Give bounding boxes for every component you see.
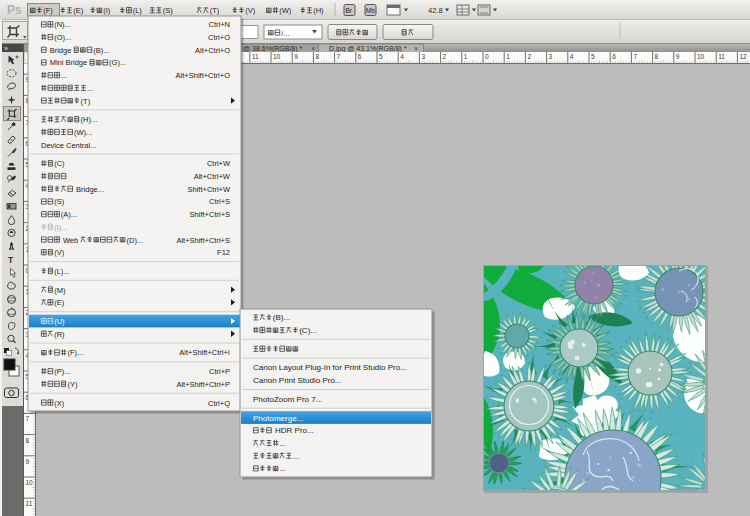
svg-text:...: ...	[279, 464, 286, 473]
svg-text:12: 12	[739, 53, 747, 60]
svg-text:Alt+Shift+Ctrl+S: Alt+Shift+Ctrl+S	[176, 236, 230, 245]
svg-text:(N)...: (N)...	[54, 20, 71, 29]
svg-text:»: »	[4, 45, 8, 52]
svg-text:(W)...: (W)...	[74, 128, 92, 137]
svg-text:5: 5	[591, 53, 595, 60]
svg-text:3: 3	[549, 53, 553, 60]
svg-text:3: 3	[421, 53, 425, 60]
svg-text:...: ...	[87, 84, 93, 93]
svg-text:(Y): (Y)	[67, 380, 78, 389]
svg-text:(F)...: (F)...	[67, 348, 83, 357]
svg-text:...: ...	[279, 439, 286, 448]
svg-text:Bridge: Bridge	[48, 46, 74, 55]
svg-text:Ctrl+P: Ctrl+P	[209, 367, 230, 376]
svg-text:(V): (V)	[245, 6, 256, 15]
svg-text:(L)...: (L)...	[54, 267, 69, 276]
svg-text:HDR Pro...: HDR Pro...	[273, 426, 314, 435]
svg-text:2: 2	[443, 53, 447, 60]
svg-text:8: 8	[26, 437, 30, 444]
svg-text:/...: /...	[281, 29, 289, 38]
svg-text:@ 38.6%(RGB/8) *: @ 38.6%(RGB/8) *	[243, 45, 303, 53]
svg-text:2: 2	[527, 53, 531, 60]
svg-text:(G)...: (G)...	[109, 58, 126, 67]
svg-text:D.jpg @ 43.1%(RGB/8) *: D.jpg @ 43.1%(RGB/8) *	[329, 45, 407, 53]
svg-text:PhotoZoom Pro 7...: PhotoZoom Pro 7...	[253, 395, 322, 404]
svg-text:(R): (R)	[54, 330, 65, 339]
svg-text:(I)...: (I)...	[54, 223, 67, 232]
svg-text:(C)...: (C)...	[299, 326, 317, 335]
svg-text:(E): (E)	[54, 298, 64, 307]
svg-text:1: 1	[464, 53, 468, 60]
svg-text:Bridge...: Bridge...	[74, 185, 104, 194]
svg-text:8: 8	[315, 53, 319, 60]
svg-text:9: 9	[26, 458, 30, 465]
svg-text:Mini Bridge: Mini Bridge	[48, 58, 90, 67]
svg-text:(C): (C)	[54, 159, 65, 168]
svg-text:Alt+Shift+Ctrl+P: Alt+Shift+Ctrl+P	[176, 380, 230, 389]
svg-text:Ctrl+W: Ctrl+W	[207, 159, 231, 168]
svg-text:42.8: 42.8	[428, 6, 443, 15]
svg-text:11: 11	[718, 53, 725, 60]
svg-text:11: 11	[26, 500, 33, 507]
svg-text:(S): (S)	[54, 197, 64, 206]
svg-text:0: 0	[485, 53, 489, 60]
svg-text:...: ...	[61, 71, 67, 80]
svg-text:(H)...: (H)...	[81, 115, 98, 124]
svg-text:Ctrl+Q: Ctrl+Q	[208, 399, 230, 408]
svg-text:Alt+Ctrl+O: Alt+Ctrl+O	[195, 46, 230, 55]
svg-text:Web: Web	[61, 236, 80, 245]
svg-text:(T): (T)	[81, 97, 91, 106]
svg-text:(X): (X)	[54, 399, 64, 408]
svg-text:7: 7	[26, 415, 30, 422]
svg-text:Alt+Ctrl+W: Alt+Ctrl+W	[194, 172, 231, 181]
svg-text:(U): (U)	[54, 317, 65, 326]
svg-text:(M): (M)	[54, 286, 66, 295]
svg-text:6: 6	[358, 53, 362, 60]
svg-text:(V): (V)	[54, 248, 64, 257]
svg-text:7: 7	[337, 53, 341, 60]
svg-text:5: 5	[379, 53, 383, 60]
svg-text:(T): (T)	[210, 6, 220, 15]
svg-text:10: 10	[697, 53, 705, 60]
svg-text:...: ...	[293, 452, 300, 461]
svg-text:4: 4	[400, 53, 404, 60]
svg-text:Ps: Ps	[7, 3, 22, 17]
svg-text:(D)...: (D)...	[127, 236, 144, 245]
svg-text:(B)...: (B)...	[273, 313, 290, 322]
svg-text:(O)...: (O)...	[54, 33, 71, 42]
svg-text:Device Central...: Device Central...	[41, 141, 96, 150]
svg-text:×: ×	[311, 45, 315, 52]
svg-text:Shift+Ctrl+W: Shift+Ctrl+W	[188, 185, 231, 194]
svg-text:(B)...: (B)...	[93, 46, 109, 55]
svg-text:×: ×	[414, 45, 418, 52]
svg-text:(H): (H)	[313, 6, 324, 15]
svg-text:4: 4	[570, 53, 574, 60]
svg-text:(I): (I)	[103, 6, 111, 15]
svg-text:Canon Layout Plug-In for Print: Canon Layout Plug-In for Print Studio Pr…	[253, 363, 407, 372]
svg-text:11: 11	[252, 53, 259, 60]
svg-text:(E): (E)	[73, 6, 84, 15]
svg-text:(A)...: (A)...	[61, 210, 77, 219]
svg-text:Ctrl+S: Ctrl+S	[209, 197, 230, 206]
svg-text:Alt+Shift+Ctrl+I: Alt+Shift+Ctrl+I	[179, 348, 230, 357]
svg-text:(P)...: (P)...	[54, 367, 70, 376]
svg-text:Ctrl+N: Ctrl+N	[209, 20, 230, 29]
svg-text:F12: F12	[217, 248, 230, 257]
svg-text:Br: Br	[346, 7, 353, 14]
svg-text:Shift+Ctrl+S: Shift+Ctrl+S	[190, 210, 230, 219]
svg-text:7: 7	[633, 53, 637, 60]
svg-text:9: 9	[294, 53, 298, 60]
svg-text:(S): (S)	[163, 6, 174, 15]
svg-text:10: 10	[273, 53, 281, 60]
svg-text:6: 6	[612, 53, 616, 60]
svg-text:9: 9	[676, 53, 680, 60]
svg-text:Alt+Shift+Ctrl+O: Alt+Shift+Ctrl+O	[176, 71, 231, 80]
svg-text:Mb: Mb	[366, 7, 375, 14]
svg-text:Photomerge...: Photomerge...	[253, 414, 303, 423]
svg-text:(L): (L)	[133, 6, 143, 15]
svg-text:Canon Print Studio Pro...: Canon Print Studio Pro...	[253, 376, 342, 385]
svg-text:Ctrl+O: Ctrl+O	[208, 33, 230, 42]
svg-text:T: T	[8, 255, 14, 265]
svg-text:10: 10	[26, 479, 34, 486]
svg-text:8: 8	[655, 53, 659, 60]
